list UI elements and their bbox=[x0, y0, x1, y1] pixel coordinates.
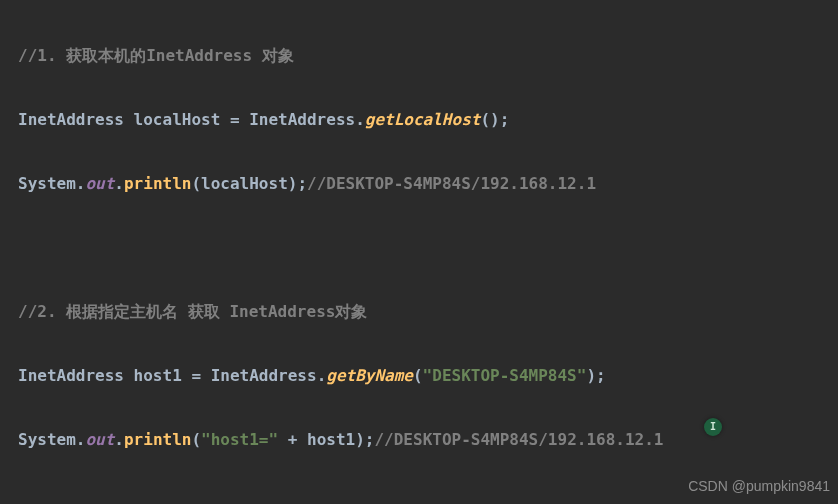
watermark-text: CSDN @pumpkin9841 bbox=[688, 472, 830, 500]
blank-line bbox=[18, 232, 838, 264]
cursor-caret-icon: I bbox=[704, 418, 722, 436]
code-line: System.out.println(localHost);//DESKTOP-… bbox=[18, 168, 838, 200]
code-line-comment: //1. 获取本机的InetAddress 对象 bbox=[18, 40, 838, 72]
code-line: InetAddress localHost = InetAddress.getL… bbox=[18, 104, 838, 136]
code-line: InetAddress host1 = InetAddress.getByNam… bbox=[18, 360, 838, 392]
code-line-comment: //2. 根据指定主机名 获取 InetAddress对象 bbox=[18, 296, 838, 328]
